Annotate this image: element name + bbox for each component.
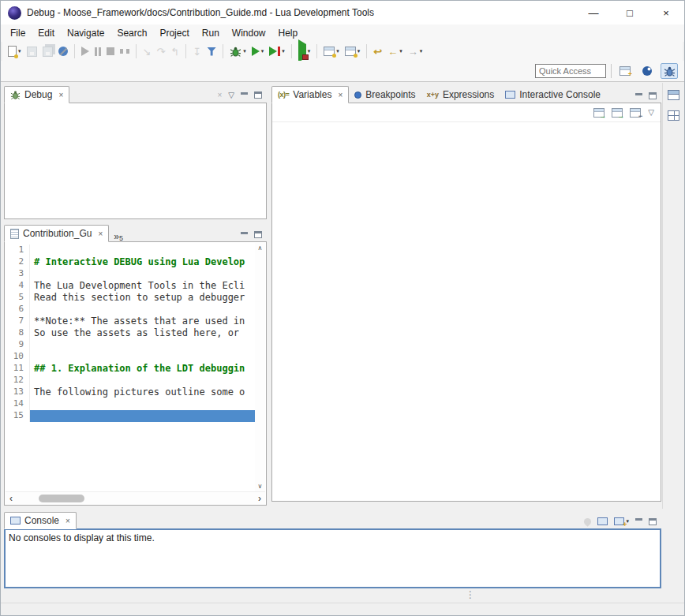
minimize-view-button[interactable] — [241, 232, 248, 238]
debug-button[interactable]: ▾ — [227, 43, 249, 60]
maximize-view-button[interactable] — [649, 518, 657, 525]
scrollbar-track[interactable] — [17, 494, 254, 503]
menu-navigate[interactable]: Navigate — [61, 26, 110, 40]
code-line[interactable]: ## 1. Explanation of the LDT debuggin — [30, 363, 255, 375]
dropdown-icon[interactable]: ▾ — [357, 48, 361, 54]
close-icon[interactable]: × — [98, 230, 103, 238]
scroll-down-icon[interactable]: ∨ — [258, 483, 263, 490]
terminate-button[interactable] — [104, 43, 117, 60]
code-line[interactable]: So use the assets as listed here, or — [30, 327, 255, 339]
close-icon[interactable]: × — [66, 517, 70, 525]
code-line[interactable]: The Lua Development Tools in the Ecli — [30, 280, 255, 292]
external-tools-button[interactable]: ▾ — [296, 43, 313, 60]
code-line[interactable] — [30, 268, 255, 280]
line-number[interactable]: 14 — [5, 398, 30, 410]
open-wizard-button[interactable]: ▾ — [342, 43, 363, 60]
restore-view-stack-button[interactable] — [665, 106, 683, 124]
maximize-view-button[interactable] — [649, 92, 657, 99]
window-maximize-button[interactable]: □ — [612, 1, 648, 24]
scroll-right-icon[interactable]: › — [254, 494, 265, 503]
coverage-button[interactable]: ▾ — [267, 43, 287, 60]
display-selected-console-button[interactable] — [597, 517, 608, 525]
line-number[interactable]: 10 — [5, 351, 30, 363]
skip-all-breakpoints-button[interactable] — [56, 43, 70, 60]
line-number[interactable]: 8 — [5, 327, 30, 339]
dropdown-icon[interactable]: ▾ — [282, 48, 285, 54]
menu-search[interactable]: Search — [110, 26, 153, 40]
line-number[interactable]: 7 — [5, 315, 30, 327]
save-button[interactable] — [24, 43, 39, 60]
pin-console-button[interactable] — [584, 518, 591, 525]
view-menu-button[interactable]: ▽ — [228, 91, 234, 99]
open-console-button[interactable]: + ▾ — [614, 517, 629, 525]
minimize-view-button[interactable] — [635, 518, 642, 525]
code-line[interactable] — [30, 398, 255, 410]
editor-vertical-scrollbar[interactable]: ∧ ∨ — [255, 243, 265, 491]
view-menu-button[interactable]: ▽ — [648, 108, 654, 117]
menu-window[interactable]: Window — [226, 26, 272, 40]
app-icon[interactable] — [8, 6, 21, 20]
open-perspective-button[interactable]: + — [616, 63, 634, 79]
show-logical-structure-button[interactable]: → — [593, 108, 605, 118]
trim-drag-handle[interactable]: ⋮ — [466, 590, 475, 599]
line-number[interactable]: 6 — [5, 304, 30, 315]
code-line[interactable] — [30, 375, 255, 386]
new-button[interactable]: ▾ — [6, 43, 24, 60]
line-number[interactable]: 1 — [5, 245, 30, 256]
step-over-button[interactable]: ↷ — [154, 43, 167, 60]
code-line[interactable] — [30, 339, 255, 351]
perspective-debug-button[interactable] — [661, 63, 678, 79]
scroll-up-icon[interactable]: ∧ — [258, 245, 263, 252]
code-line[interactable]: The following pictures outline some o — [30, 386, 255, 398]
editor-text-area[interactable]: 1 2# Interactive DEBUG using Lua Develop… — [5, 243, 255, 491]
maximize-view-button[interactable] — [254, 231, 262, 238]
line-number[interactable]: 12 — [5, 375, 30, 386]
last-edit-location-button[interactable]: ↩ — [371, 43, 384, 60]
tab-variables[interactable]: (x)= Variables × — [271, 86, 349, 103]
code-line[interactable]: **Note:** The assets that are used in — [30, 315, 255, 327]
remove-all-terminated-button[interactable]: × — [217, 91, 222, 99]
dropdown-icon[interactable]: ▾ — [18, 48, 21, 54]
drop-to-frame-button[interactable]: ↧ — [190, 43, 204, 60]
dropdown-icon[interactable]: ▾ — [420, 48, 423, 54]
show-detail-pane-button[interactable]: → — [612, 108, 623, 118]
tab-console[interactable]: Console × — [4, 512, 77, 529]
scroll-left-icon[interactable]: ‹ — [6, 494, 17, 503]
line-number[interactable]: 15 — [5, 410, 30, 422]
resume-button[interactable] — [79, 43, 92, 60]
dropdown-icon[interactable]: ▾ — [261, 48, 264, 54]
scrollbar-thumb[interactable] — [39, 495, 84, 502]
use-step-filters-button[interactable] — [204, 43, 219, 60]
line-number[interactable]: 9 — [5, 339, 30, 351]
back-button[interactable]: ← ▾ — [385, 43, 405, 60]
dropdown-icon[interactable]: ▾ — [399, 48, 402, 54]
suspend-button[interactable] — [92, 43, 103, 60]
restore-editor-area-button[interactable] — [665, 86, 683, 103]
menu-file[interactable]: File — [4, 26, 32, 40]
quick-access-input[interactable] — [535, 64, 606, 78]
disconnect-button[interactable] — [118, 43, 132, 60]
minimize-view-button[interactable] — [635, 93, 642, 99]
code-line[interactable] — [30, 304, 255, 315]
step-return-button[interactable]: ↰ — [168, 43, 182, 60]
maximize-view-button[interactable] — [254, 91, 262, 99]
code-line-selected[interactable] — [30, 410, 255, 422]
close-icon[interactable]: × — [338, 91, 342, 99]
run-button[interactable]: ▾ — [249, 43, 267, 60]
line-number[interactable]: 2 — [5, 256, 30, 268]
dropdown-icon[interactable]: ▾ — [336, 48, 339, 54]
dropdown-icon[interactable]: ▾ — [243, 48, 246, 54]
tab-expressions[interactable]: x+y Expressions — [421, 86, 500, 103]
menu-help[interactable]: Help — [272, 26, 305, 40]
line-number[interactable]: 3 — [5, 268, 30, 280]
tab-debug[interactable]: Debug × — [4, 86, 69, 103]
tab-contribution-guide[interactable]: Contribution_Gu × — [4, 225, 109, 242]
window-close-button[interactable]: × — [648, 1, 684, 24]
save-all-button[interactable] — [40, 43, 55, 60]
dropdown-icon[interactable]: ▾ — [308, 48, 311, 54]
code-line[interactable]: # Interactive DEBUG using Lua Develop — [30, 256, 255, 268]
code-line[interactable] — [30, 351, 255, 363]
menu-edit[interactable]: Edit — [32, 26, 61, 40]
minimize-view-button[interactable] — [241, 92, 248, 99]
tab-interactive-console[interactable]: Interactive Console — [500, 86, 606, 103]
